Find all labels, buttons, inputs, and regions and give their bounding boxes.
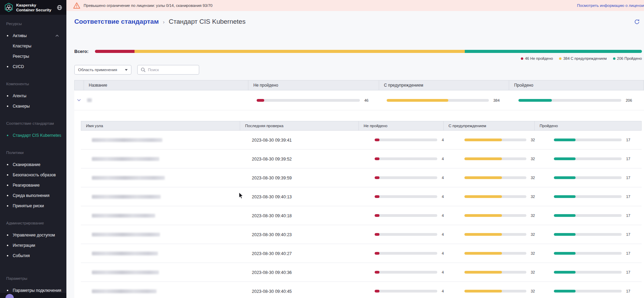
breadcrumb-parent-link[interactable]: Соответствие стандартам [74,18,159,25]
redacted-cluster-name [87,98,92,102]
sidebar-item[interactable]: События [0,251,66,261]
collapse-chevron-icon[interactable] [74,99,84,101]
search-box[interactable] [137,65,199,75]
outer-table-header: Название Не пройдено С предупреждением П… [74,80,644,90]
table-row[interactable]: 2023-08-30 09:40:23 4 32 17 [81,225,642,244]
column-header-node-warning: С предупреждением [444,121,535,130]
last-check-timestamp: 2023-08-30 09:40:27 [252,251,292,256]
sidebar: Kaspersky Container Security РесурсыАкти… [0,0,66,298]
sidebar-item[interactable]: CI/CD [0,62,66,72]
row-bar-failed: 4 [359,232,444,236]
row-bar-passed: 17 [535,289,642,293]
bullet-icon [7,35,8,36]
license-info-link[interactable]: Посмотреть информацию о лицензии [577,3,644,8]
sidebar-item-label: Сканеры [13,104,30,109]
standards-table: Название Не пройдено С предупреждением П… [74,80,644,298]
refresh-button[interactable] [634,19,640,25]
sidebar-item[interactable]: Интеграции [0,240,66,251]
table-row[interactable]: 2023-08-30 09:39:52 4 32 17 [81,150,642,168]
row-bar-passed: 17 [535,176,642,180]
column-header-failed: Не пройдено [248,80,379,90]
totals-legend: 46 Не пройдено384 С предупреждением206 П… [74,56,642,60]
legend-dot-icon [613,57,615,60]
row-bar-passed: 17 [535,138,642,142]
column-header-node-failed: Не пройдено [359,121,444,130]
legend-item: 384 С предупреждением [559,56,607,60]
sidebar-item[interactable]: Реагирование [0,180,66,190]
group-bar-failed: 46 [248,98,379,102]
sidebar-item[interactable]: Реестры [0,51,66,62]
sidebar-item[interactable]: Стандарт CIS Kubernetes [0,130,66,141]
totals-stacked-bar [95,50,642,53]
row-bar-warning: 32 [444,138,535,142]
bullet-icon [7,290,8,291]
breadcrumb-separator: › [163,19,164,25]
sidebar-section-label: Соответствие стандартам [0,118,66,129]
row-bar-warning: 32 [444,195,535,199]
table-row[interactable]: 2023-08-30 09:39:59 4 32 17 [81,168,642,187]
last-check-timestamp: 2023-08-30 09:40:36 [252,270,292,275]
sidebar-item-label: Интеграции [13,243,35,248]
sidebar-item-label: Стандарт CIS Kubernetes [13,133,61,138]
scope-filter-dropdown[interactable]: Область применения [74,65,131,75]
sidebar-item[interactable]: Сканеры [0,101,66,111]
sidebar-item[interactable]: Принятые риски [0,201,66,211]
sidebar-item-label: Параметры подключения [13,288,61,293]
breadcrumb: Соответствие стандартам › Стандарт CIS K… [66,11,644,32]
row-bar-failed: 4 [359,251,444,255]
legend-label: 206 Пройдено [617,56,642,60]
sidebar-section-label: Политики [0,147,66,158]
row-bar-warning: 32 [444,213,535,218]
table-row[interactable]: 2023-08-30 09:39:41 4 32 17 [81,131,642,150]
row-bar-warning: 32 [444,270,535,274]
main-area: Превышено ограничение по лицензии: узлы … [66,0,644,298]
sidebar-item[interactable]: Активы [0,31,66,41]
row-bar-passed: 17 [535,232,642,236]
sidebar-item-label: События [13,253,30,258]
row-bar-failed: 4 [359,138,444,142]
legend-label: 46 Не пройдено [525,56,553,60]
sidebar-item-label: Кластеры [13,44,31,48]
sidebar-item[interactable]: Безопасность образов [0,170,66,180]
sidebar-section-label: Ресурсы [0,19,66,29]
sidebar-item[interactable]: Сканирование [0,159,66,170]
cluster-group-row[interactable]: 46 384 206 [74,90,644,110]
row-bar-warning: 32 [444,289,535,293]
sidebar-item-label: Управление доступом [13,233,55,238]
nodes-table: Имя узла Последняя проверка Не пройдено … [81,121,642,298]
table-row[interactable]: 2023-08-30 09:40:36 4 32 17 [81,263,642,282]
table-row[interactable]: 2023-08-30 09:40:27 4 32 17 [81,244,642,263]
sidebar-nav: РесурсыАктивыКластерыРеестрыCI/CDКомпоне… [0,15,66,296]
bullet-icon [7,174,8,176]
avatar [6,294,14,298]
redacted-node-name [92,138,162,142]
redacted-node-name [92,233,160,236]
column-header-node-passed: Пройдено [535,121,641,130]
row-bar-warning: 32 [444,157,535,161]
search-icon [141,67,146,72]
bullet-icon [7,195,8,196]
sidebar-item[interactable]: Управление доступом [0,230,66,240]
table-row[interactable]: 2023-08-30 09:40:18 4 32 17 [81,206,642,225]
redacted-node-name [92,271,159,274]
last-check-timestamp: 2023-08-30 09:39:41 [252,138,292,143]
row-bar-warning: 32 [444,176,535,180]
user-row[interactable] [0,293,66,298]
sidebar-item[interactable]: Агенты [0,91,66,101]
page-title: Стандарт CIS Kubernetes [169,18,245,25]
sidebar-section-label: Параметры [0,273,66,284]
table-row[interactable]: 2023-08-30 09:40:45 4 32 17 [81,282,642,298]
totals-label: Всего: [74,49,95,54]
group-bar-passed: 206 [509,98,644,102]
app-logo-row: Kaspersky Container Security [0,0,66,15]
chevron-down-icon [125,69,128,71]
row-bar-passed: 17 [535,270,642,274]
sidebar-item[interactable]: Среда выполнения [0,190,66,201]
sidebar-item-label: Принятые риски [13,203,44,208]
language-globe-icon[interactable] [57,5,62,10]
sidebar-item[interactable]: Кластеры [0,41,66,51]
bullet-icon [7,66,8,67]
bullet-icon [7,185,8,186]
table-row[interactable]: 2023-08-30 09:40:13 4 32 17 [81,187,642,206]
search-input[interactable] [148,68,196,72]
